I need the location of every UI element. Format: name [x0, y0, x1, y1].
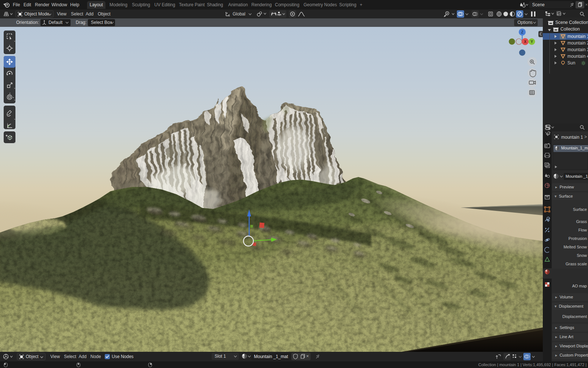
svg-text:Y: Y — [531, 40, 533, 44]
svg-text:Z: Z — [521, 30, 523, 34]
svg-text:X: X — [524, 40, 527, 44]
